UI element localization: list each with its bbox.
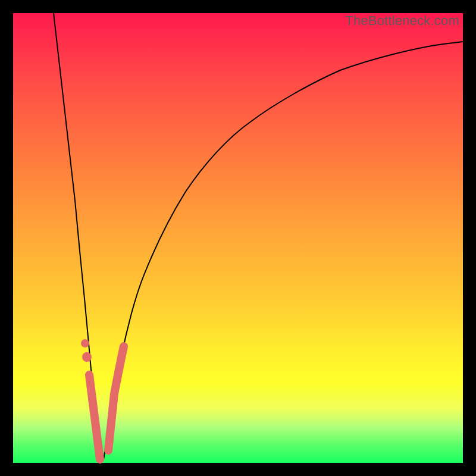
plot-area: TheBottleneck.com (13, 13, 463, 463)
marker-right-branch-segment (108, 346, 124, 450)
curve-right-branch (104, 42, 463, 459)
chart-svg (13, 13, 463, 463)
chart-frame: TheBottleneck.com (0, 0, 476, 476)
marker-left-branch-segment (89, 375, 100, 459)
marker-left-dot-lower (82, 352, 92, 362)
marker-left-dot-upper (81, 339, 89, 347)
